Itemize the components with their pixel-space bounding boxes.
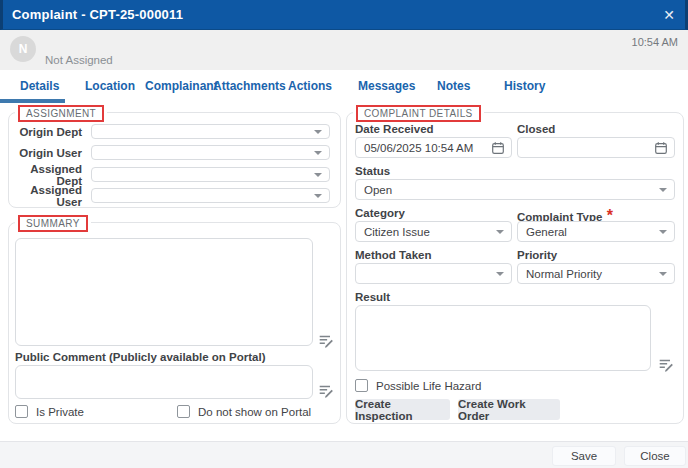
tab-actions[interactable]: Actions xyxy=(288,79,332,93)
create-work-order-button[interactable]: Create Work Order xyxy=(458,399,560,420)
assigned-user-text: Not Assigned xyxy=(45,54,113,66)
assignment-section: ASSIGNMENT Origin Dept Origin User Assig… xyxy=(8,112,341,208)
field-row: Origin User xyxy=(17,145,330,160)
priority-select[interactable]: Normal Priority xyxy=(517,263,675,284)
closed-label: Closed xyxy=(517,123,555,135)
is-private-option: Is Private xyxy=(15,405,84,418)
chevron-down-icon xyxy=(496,230,504,234)
summary-textarea[interactable] xyxy=(15,238,313,346)
chevron-down-icon xyxy=(314,130,322,134)
possible-life-hazard-checkbox[interactable] xyxy=(355,379,368,392)
tab-location[interactable]: Location xyxy=(85,79,135,93)
origin-dept-label: Origin Dept xyxy=(17,126,91,138)
chevron-down-icon xyxy=(314,194,322,198)
origin-dept-select[interactable] xyxy=(91,124,330,139)
record-timestamp: 10:54 AM xyxy=(632,36,678,48)
complaint-details-legend: COMPLAINT DETAILS xyxy=(353,103,484,122)
calendar-icon[interactable] xyxy=(491,141,505,155)
is-private-label: Is Private xyxy=(36,406,84,418)
chevron-down-icon xyxy=(496,272,504,276)
tab-history[interactable]: History xyxy=(504,79,545,93)
chevron-down-icon xyxy=(659,272,667,276)
closed-input[interactable] xyxy=(517,137,675,158)
assignment-legend: ASSIGNMENT xyxy=(15,103,107,122)
do-not-show-on-portal-checkbox[interactable] xyxy=(177,405,190,418)
tab-complainant[interactable]: Complainant xyxy=(145,79,218,93)
avatar: N xyxy=(10,36,36,62)
chevron-down-icon xyxy=(314,151,322,155)
complaint-dialog: Complaint - CPT-25-000011 ✕ N Not Assign… xyxy=(0,0,688,468)
chevron-down-icon xyxy=(659,230,667,234)
assigned-user-label: Assigned User xyxy=(17,184,91,208)
assignment-legend-annotation: ASSIGNMENT xyxy=(18,105,104,122)
edit-note-icon[interactable] xyxy=(318,383,334,399)
field-row: Assigned User xyxy=(17,188,330,203)
do-not-show-on-portal-label: Do not show on Portal xyxy=(198,406,311,418)
origin-user-label: Origin User xyxy=(17,147,91,159)
no-portal-option: Do not show on Portal xyxy=(177,405,311,418)
edit-note-icon[interactable] xyxy=(658,357,674,373)
date-received-label: Date Received xyxy=(355,123,434,135)
chevron-down-icon xyxy=(314,173,322,177)
close-button[interactable]: Close xyxy=(624,446,686,466)
method-taken-select[interactable] xyxy=(355,263,512,284)
assigned-user-select[interactable] xyxy=(91,188,330,203)
result-label: Result xyxy=(355,291,390,303)
status-select[interactable]: Open xyxy=(355,179,675,200)
possible-life-hazard-label: Possible Life Hazard xyxy=(376,380,481,392)
public-comment-textarea[interactable] xyxy=(15,365,313,399)
complaint-details-section: COMPLAINT DETAILS Date Received Closed 0… xyxy=(346,112,684,424)
life-hazard-option: Possible Life Hazard xyxy=(355,379,481,392)
priority-label: Priority xyxy=(517,249,557,261)
field-row: Assigned Dept xyxy=(17,167,330,182)
is-private-checkbox[interactable] xyxy=(15,405,28,418)
tab-attachments[interactable]: Attachments xyxy=(213,79,286,93)
complaint-details-legend-annotation: COMPLAINT DETAILS xyxy=(356,105,481,122)
public-comment-label: Public Comment (Publicly available on Po… xyxy=(15,351,266,363)
dialog-footer: Save Close xyxy=(0,441,688,468)
save-button[interactable]: Save xyxy=(552,446,616,466)
tab-bar: Details Location Complainant Attachments… xyxy=(0,70,688,103)
record-header: N Not Assigned 10:54 AM xyxy=(0,30,688,70)
origin-user-select[interactable] xyxy=(91,145,330,160)
result-textarea[interactable] xyxy=(355,305,651,371)
edit-note-icon[interactable] xyxy=(318,333,334,349)
title-bar: Complaint - CPT-25-000011 ✕ xyxy=(0,0,688,30)
tab-messages[interactable]: Messages xyxy=(358,79,415,93)
dialog-title: Complaint - CPT-25-000011 xyxy=(3,7,183,22)
tab-details[interactable]: Details xyxy=(20,79,59,93)
calendar-icon[interactable] xyxy=(654,141,668,155)
category-select[interactable]: Citizen Issue xyxy=(355,221,512,242)
method-taken-label: Method Taken xyxy=(355,249,431,261)
field-row: Origin Dept xyxy=(17,124,330,139)
status-label: Status xyxy=(355,165,390,177)
assigned-dept-select[interactable] xyxy=(91,167,330,182)
summary-section: SUMMARY Public Comment (Publicly availab… xyxy=(8,222,341,424)
complaint-type-select[interactable]: General xyxy=(517,221,675,242)
category-label: Category xyxy=(355,207,405,219)
summary-legend: SUMMARY xyxy=(15,213,91,232)
summary-legend-annotation: SUMMARY xyxy=(18,215,88,232)
chevron-down-icon xyxy=(659,188,667,192)
date-received-input[interactable]: 05/06/2025 10:54 AM xyxy=(355,137,512,158)
close-icon[interactable]: ✕ xyxy=(661,7,677,23)
tab-notes[interactable]: Notes xyxy=(437,79,470,93)
create-inspection-button[interactable]: Create Inspection xyxy=(355,399,450,420)
